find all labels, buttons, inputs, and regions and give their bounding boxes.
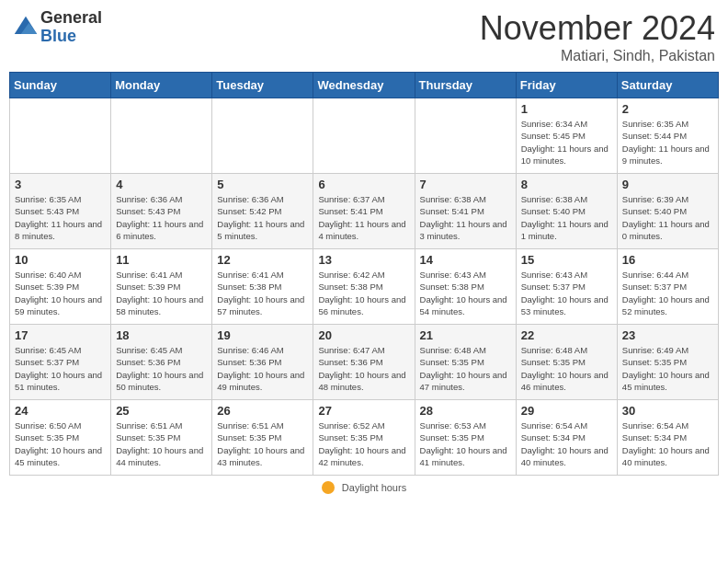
- day-cell: 9Sunrise: 6:39 AM Sunset: 5:40 PM Daylig…: [617, 174, 718, 249]
- day-number: 6: [318, 178, 409, 191]
- day-cell: 17Sunrise: 6:45 AM Sunset: 5:37 PM Dayli…: [10, 325, 111, 400]
- legend-label: Daylight hours: [342, 482, 406, 493]
- day-number: 30: [622, 404, 713, 418]
- day-info: Sunrise: 6:51 AM Sunset: 5:35 PM Dayligh…: [217, 419, 308, 468]
- day-cell: [10, 98, 111, 174]
- day-number: 13: [318, 253, 409, 267]
- day-cell: 12Sunrise: 6:41 AM Sunset: 5:38 PM Dayli…: [212, 249, 313, 325]
- logo: General Blue: [13, 9, 102, 46]
- logo-general: General: [40, 9, 102, 28]
- day-cell: 18Sunrise: 6:45 AM Sunset: 5:36 PM Dayli…: [111, 325, 212, 400]
- day-cell: 23Sunrise: 6:49 AM Sunset: 5:35 PM Dayli…: [617, 325, 718, 400]
- weekday-header-saturday: Saturday: [617, 73, 718, 98]
- day-cell: 6Sunrise: 6:37 AM Sunset: 5:41 PM Daylig…: [313, 174, 415, 249]
- day-cell: 10Sunrise: 6:40 AM Sunset: 5:39 PM Dayli…: [10, 249, 111, 325]
- day-cell: 11Sunrise: 6:41 AM Sunset: 5:39 PM Dayli…: [111, 249, 212, 325]
- day-number: 14: [420, 253, 511, 267]
- day-cell: [111, 98, 212, 174]
- day-number: 2: [622, 102, 713, 116]
- day-cell: 3Sunrise: 6:35 AM Sunset: 5:43 PM Daylig…: [10, 174, 111, 249]
- month-title: November 2024: [480, 9, 715, 48]
- day-info: Sunrise: 6:34 AM Sunset: 5:45 PM Dayligh…: [521, 118, 612, 167]
- weekday-header-sunday: Sunday: [10, 73, 111, 98]
- day-cell: 21Sunrise: 6:48 AM Sunset: 5:35 PM Dayli…: [415, 325, 516, 400]
- day-info: Sunrise: 6:53 AM Sunset: 5:35 PM Dayligh…: [420, 419, 511, 468]
- day-info: Sunrise: 6:54 AM Sunset: 5:34 PM Dayligh…: [521, 419, 612, 468]
- week-row-3: 17Sunrise: 6:45 AM Sunset: 5:37 PM Dayli…: [10, 325, 719, 400]
- day-cell: 16Sunrise: 6:44 AM Sunset: 5:37 PM Dayli…: [617, 249, 718, 325]
- day-info: Sunrise: 6:49 AM Sunset: 5:35 PM Dayligh…: [622, 344, 713, 393]
- day-cell: 29Sunrise: 6:54 AM Sunset: 5:34 PM Dayli…: [516, 400, 617, 476]
- day-number: 29: [521, 404, 612, 418]
- day-info: Sunrise: 6:45 AM Sunset: 5:37 PM Dayligh…: [15, 344, 106, 393]
- logo-blue: Blue: [40, 28, 102, 46]
- day-info: Sunrise: 6:41 AM Sunset: 5:38 PM Dayligh…: [217, 269, 308, 317]
- day-info: Sunrise: 6:41 AM Sunset: 5:39 PM Dayligh…: [116, 269, 207, 317]
- day-info: Sunrise: 6:38 AM Sunset: 5:41 PM Dayligh…: [420, 193, 511, 242]
- day-cell: 5Sunrise: 6:36 AM Sunset: 5:42 PM Daylig…: [212, 174, 313, 249]
- day-info: Sunrise: 6:40 AM Sunset: 5:39 PM Dayligh…: [15, 269, 106, 317]
- day-number: 22: [521, 328, 612, 342]
- title-section: November 2024 Matiari, Sindh, Pakistan: [480, 9, 715, 64]
- day-cell: 24Sunrise: 6:50 AM Sunset: 5:35 PM Dayli…: [10, 400, 111, 476]
- day-cell: 8Sunrise: 6:38 AM Sunset: 5:40 PM Daylig…: [516, 174, 617, 249]
- day-number: 17: [15, 328, 106, 342]
- day-info: Sunrise: 6:38 AM Sunset: 5:40 PM Dayligh…: [521, 193, 612, 242]
- sun-icon: [322, 481, 335, 494]
- day-info: Sunrise: 6:51 AM Sunset: 5:35 PM Dayligh…: [116, 419, 207, 468]
- day-info: Sunrise: 6:37 AM Sunset: 5:41 PM Dayligh…: [318, 193, 409, 242]
- legend: Daylight hours: [9, 481, 719, 494]
- day-info: Sunrise: 6:52 AM Sunset: 5:35 PM Dayligh…: [318, 419, 409, 468]
- day-number: 28: [420, 404, 511, 418]
- day-cell: 20Sunrise: 6:47 AM Sunset: 5:36 PM Dayli…: [313, 325, 415, 400]
- day-cell: 13Sunrise: 6:42 AM Sunset: 5:38 PM Dayli…: [313, 249, 415, 325]
- day-number: 12: [217, 253, 308, 267]
- weekday-header-friday: Friday: [516, 73, 617, 98]
- day-number: 5: [217, 178, 308, 191]
- weekday-header-wednesday: Wednesday: [313, 73, 415, 98]
- day-number: 10: [15, 253, 106, 267]
- page-header: General Blue November 2024 Matiari, Sind…: [9, 9, 719, 64]
- day-cell: 4Sunrise: 6:36 AM Sunset: 5:43 PM Daylig…: [111, 174, 212, 249]
- day-number: 11: [116, 253, 207, 267]
- day-cell: [212, 98, 313, 174]
- day-cell: 2Sunrise: 6:35 AM Sunset: 5:44 PM Daylig…: [617, 98, 718, 174]
- day-number: 23: [622, 328, 713, 342]
- day-number: 20: [318, 328, 409, 342]
- day-number: 24: [15, 404, 106, 418]
- day-info: Sunrise: 6:39 AM Sunset: 5:40 PM Dayligh…: [622, 193, 713, 242]
- day-cell: 15Sunrise: 6:43 AM Sunset: 5:37 PM Dayli…: [516, 249, 617, 325]
- week-row-4: 24Sunrise: 6:50 AM Sunset: 5:35 PM Dayli…: [10, 400, 719, 476]
- week-row-0: 1Sunrise: 6:34 AM Sunset: 5:45 PM Daylig…: [10, 98, 719, 174]
- weekday-header-tuesday: Tuesday: [212, 73, 313, 98]
- day-info: Sunrise: 6:35 AM Sunset: 5:43 PM Dayligh…: [15, 193, 106, 242]
- day-number: 3: [15, 178, 106, 191]
- day-cell: 19Sunrise: 6:46 AM Sunset: 5:36 PM Dayli…: [212, 325, 313, 400]
- day-cell: 14Sunrise: 6:43 AM Sunset: 5:38 PM Dayli…: [415, 249, 516, 325]
- day-number: 18: [116, 328, 207, 342]
- location: Matiari, Sindh, Pakistan: [480, 48, 715, 64]
- day-info: Sunrise: 6:42 AM Sunset: 5:38 PM Dayligh…: [318, 269, 409, 317]
- day-number: 7: [420, 178, 511, 191]
- day-cell: 7Sunrise: 6:38 AM Sunset: 5:41 PM Daylig…: [415, 174, 516, 249]
- day-info: Sunrise: 6:44 AM Sunset: 5:37 PM Dayligh…: [622, 269, 713, 317]
- weekday-header-monday: Monday: [111, 73, 212, 98]
- day-number: 26: [217, 404, 308, 418]
- calendar-table: SundayMondayTuesdayWednesdayThursdayFrid…: [9, 72, 719, 476]
- day-info: Sunrise: 6:36 AM Sunset: 5:42 PM Dayligh…: [217, 193, 308, 242]
- day-info: Sunrise: 6:45 AM Sunset: 5:36 PM Dayligh…: [116, 344, 207, 393]
- day-info: Sunrise: 6:36 AM Sunset: 5:43 PM Dayligh…: [116, 193, 207, 242]
- day-number: 21: [420, 328, 511, 342]
- day-info: Sunrise: 6:50 AM Sunset: 5:35 PM Dayligh…: [15, 419, 106, 468]
- day-number: 19: [217, 328, 308, 342]
- day-info: Sunrise: 6:46 AM Sunset: 5:36 PM Dayligh…: [217, 344, 308, 393]
- day-info: Sunrise: 6:47 AM Sunset: 5:36 PM Dayligh…: [318, 344, 409, 393]
- week-row-1: 3Sunrise: 6:35 AM Sunset: 5:43 PM Daylig…: [10, 174, 719, 249]
- weekday-header-thursday: Thursday: [415, 73, 516, 98]
- day-cell: 1Sunrise: 6:34 AM Sunset: 5:45 PM Daylig…: [516, 98, 617, 174]
- day-number: 27: [318, 404, 409, 418]
- day-cell: 27Sunrise: 6:52 AM Sunset: 5:35 PM Dayli…: [313, 400, 415, 476]
- day-cell: 26Sunrise: 6:51 AM Sunset: 5:35 PM Dayli…: [212, 400, 313, 476]
- day-info: Sunrise: 6:43 AM Sunset: 5:37 PM Dayligh…: [521, 269, 612, 317]
- logo-icon: [13, 15, 39, 40]
